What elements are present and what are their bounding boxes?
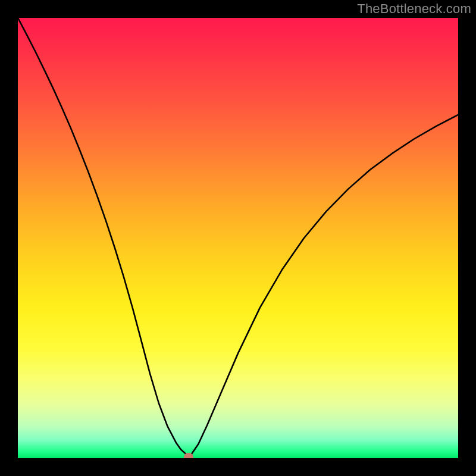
curve-svg	[18, 18, 458, 458]
bottleneck-curve	[18, 18, 458, 457]
chart-frame: TheBottleneck.com	[0, 0, 476, 476]
plot-area	[18, 18, 458, 458]
minimum-marker	[184, 453, 193, 458]
watermark-text: TheBottleneck.com	[357, 1, 471, 17]
